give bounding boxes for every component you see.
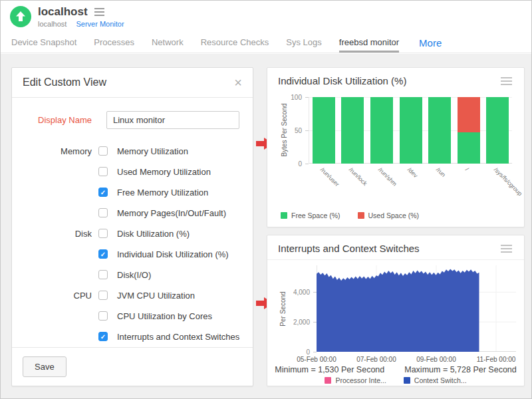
legend-swatch-icon — [281, 212, 287, 219]
modal-footer: Save — [12, 347, 253, 386]
chart-menu-icon[interactable] — [499, 76, 513, 86]
option-label-interrupts-and-context-switches[interactable]: Interrupts and Context Switches — [117, 332, 242, 342]
stacked-bar[interactable] — [458, 97, 480, 164]
x-axis-tick: 07-Feb 00:00 — [356, 356, 396, 363]
breadcrumb: localhost Server Monitor — [38, 20, 124, 28]
stacked-bar[interactable] — [341, 97, 364, 164]
option-label-disk-i-o[interactable]: Disk(I/O) — [117, 270, 242, 280]
checkbox-disk-i-o[interactable] — [98, 270, 108, 279]
bar-slot-run: /run — [425, 97, 454, 164]
modal-header: Edit Custom View × — [12, 68, 253, 98]
checkbox-free-memory-utilization[interactable]: ✓ — [98, 188, 108, 197]
x-axis-tick: 11-Feb 00:00 — [477, 356, 516, 363]
option-label-memory-utilization[interactable]: Memory Utilization — [117, 146, 242, 156]
tab-bar: Device SnapshotProcessesNetworkResource … — [1, 33, 531, 53]
option-row-memory-utilization: MemoryMemory Utilization — [23, 145, 242, 157]
legend-swatch-icon — [358, 212, 364, 219]
checkbox-memory-pages-in-out-fault[interactable] — [98, 208, 108, 217]
tab-processes[interactable]: Processes — [94, 33, 134, 53]
context-switches-area-series[interactable] — [317, 269, 479, 352]
option-row-used-memory-utilization: Used Memory Utilization — [23, 166, 242, 178]
tab-freebsd-monitor[interactable]: freebsd monitor — [339, 33, 399, 53]
legend-label: Free Space (%) — [291, 211, 340, 219]
stacked-bar[interactable] — [313, 97, 335, 164]
breadcrumb-host: localhost — [38, 20, 66, 28]
display-name-row: Display Name — [23, 111, 242, 129]
breadcrumb-server-monitor-link[interactable]: Server Monitor — [76, 20, 124, 28]
legend-swatch-icon — [404, 377, 410, 384]
legend-item-context-switch[interactable]: Context Switch... — [404, 376, 467, 384]
option-label-cpu-utilization-by-cores[interactable]: CPU Utilization by Cores — [117, 311, 242, 321]
display-name-label: Display Name — [23, 115, 92, 125]
chart-card-header: Interrupts and Context Switches — [267, 235, 524, 260]
stacked-bar[interactable] — [400, 97, 422, 164]
tab-more[interactable]: More — [419, 37, 442, 49]
bar-slot-run-lock: /run/lock — [338, 97, 368, 164]
metric-option-groups: MemoryMemory UtilizationUsed Memory Util… — [23, 145, 242, 342]
option-label-used-memory-utilization[interactable]: Used Memory Utilization — [117, 167, 242, 177]
checkbox-disk-utilization[interactable] — [98, 229, 108, 238]
option-label-free-memory-utilization[interactable]: Free Memory Utilization — [117, 188, 242, 198]
close-icon[interactable]: × — [234, 78, 242, 87]
chart-title: Individual Disk Utilization (%) — [278, 75, 406, 86]
x-axis-label: / — [464, 166, 470, 172]
display-name-input[interactable] — [106, 111, 239, 129]
option-row-cpu-utilization-by-cores: CPU Utilization by Cores — [23, 310, 242, 322]
tab-device-snapshot[interactable]: Device Snapshot — [11, 33, 76, 53]
checkbox-interrupts-and-context-switches[interactable]: ✓ — [98, 332, 108, 341]
y-axis-tick: 4,000 — [285, 289, 310, 296]
disk-utilization-bar-chart: Bytes Per Second /run/user/run/lock/run/… — [267, 97, 524, 211]
stacked-bar[interactable] — [370, 97, 393, 164]
bar-plot-area: /run/user/run/lock/run/shm/dev/run//sys/… — [309, 97, 512, 164]
legend-item-used-space[interactable]: Used Space (%) — [358, 211, 419, 219]
option-row-interrupts-and-context-switches: ✓Interrupts and Context Switches — [23, 331, 242, 342]
y-axis-label: Per Second — [279, 273, 287, 346]
stacked-bar[interactable] — [428, 97, 451, 164]
area-plot-area — [317, 265, 516, 352]
x-axis-label: /run/shm — [377, 166, 398, 188]
area-chart-legend: Processor Inte...Context Switch... — [267, 376, 524, 384]
checkbox-jvm-cpu-utilization[interactable] — [98, 291, 108, 300]
stacked-bar[interactable] — [486, 97, 509, 164]
chart-title: Interrupts and Context Switches — [278, 243, 420, 254]
bar-slot-sys-fs-cgroup: /sys/fs/cgroup — [483, 97, 512, 164]
app-header: localhost localhost Server Monitor — [1, 1, 531, 33]
checkbox-individual-disk-utilization[interactable]: ✓ — [98, 249, 108, 259]
option-label-individual-disk-utilization[interactable]: Individual Disk Utilization (%) — [117, 249, 242, 259]
modal-title: Edit Custom View — [23, 76, 106, 88]
option-label-disk-utilization[interactable]: Disk Utilization (%) — [117, 229, 242, 239]
option-row-free-memory-utilization: ✓Free Memory Utilization — [23, 186, 242, 198]
checkbox-used-memory-utilization[interactable] — [98, 167, 108, 176]
bar-chart-legend: Free Space (%)Used Space (%) — [281, 211, 419, 219]
minimum-stat: Minimum = 1,530 Per Second — [275, 365, 384, 374]
checkbox-memory-utilization[interactable] — [98, 146, 108, 156]
y-axis-tick: 100 — [277, 94, 302, 101]
x-axis-label: /run/user — [319, 166, 340, 188]
save-button[interactable]: Save — [23, 356, 66, 377]
page-title: localhost — [38, 5, 88, 19]
tab-sys-logs[interactable]: Sys Logs — [286, 33, 321, 53]
chart-menu-icon[interactable] — [499, 243, 513, 254]
group-label-disk: Disk — [23, 229, 92, 239]
tab-resource-checks[interactable]: Resource Checks — [201, 33, 269, 53]
option-row-memory-pages-in-out-fault: Memory Pages(In/Out/Fault) — [23, 207, 242, 219]
x-axis-tick: 05-Feb 00:00 — [297, 356, 336, 363]
tab-network[interactable]: Network — [152, 33, 184, 53]
checkbox-cpu-utilization-by-cores[interactable] — [98, 311, 108, 321]
bar-slot-run-user: /run/user — [309, 97, 338, 164]
legend-item-processor-inte[interactable]: Processor Inte... — [325, 376, 386, 384]
chart-stats-row: Minimum = 1,530 Per Second Maximum = 5,7… — [267, 365, 524, 374]
main-content: Edit Custom View × Display Name MemoryMe… — [1, 54, 531, 398]
hamburger-icon[interactable] — [93, 7, 106, 17]
legend-item-free-space[interactable]: Free Space (%) — [281, 211, 340, 219]
y-axis-tick: 0 — [277, 160, 302, 168]
y-axis-tick: 0 — [285, 348, 310, 356]
option-row-individual-disk-utilization: ✓Individual Disk Utilization (%) — [23, 248, 242, 260]
title-block: localhost localhost Server Monitor — [38, 5, 124, 28]
group-label-memory: Memory — [23, 146, 92, 156]
option-label-jvm-cpu-utilization[interactable]: JVM CPU Utilization — [117, 291, 242, 301]
option-label-memory-pages-in-out-fault[interactable]: Memory Pages(In/Out/Fault) — [117, 208, 242, 218]
chart-card-header: Individual Disk Utilization (%) — [267, 68, 524, 92]
y-axis-tick: 2,000 — [285, 319, 310, 326]
option-row-jvm-cpu-utilization: CPUJVM CPU Utilization — [23, 289, 242, 301]
